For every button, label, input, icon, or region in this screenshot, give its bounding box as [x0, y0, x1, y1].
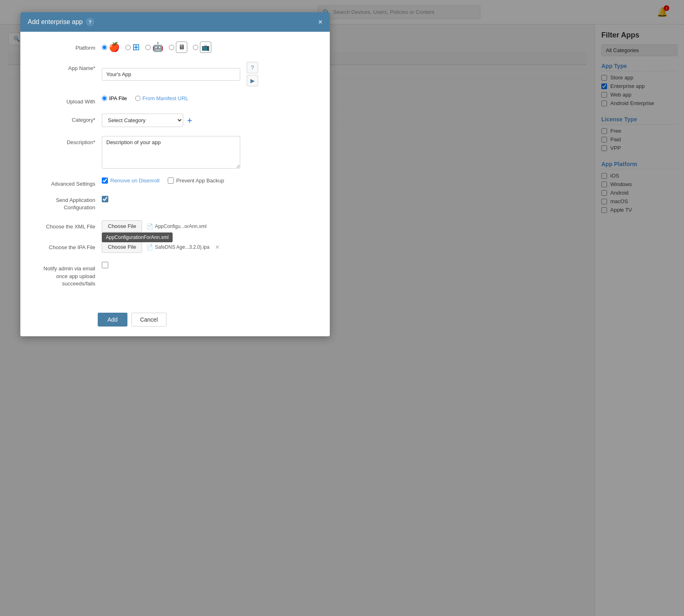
ipa-file-name: 📄 SafeDNS Age...3.2.0).ipa	[146, 244, 209, 250]
choose-xml-control: Choose File 📄 AppConfigu...orAnn.xml App…	[102, 220, 318, 232]
send-config-checkbox[interactable]	[102, 196, 108, 202]
choose-ipa-control: Choose File 📄 SafeDNS Age...3.2.0).ipa ✕	[102, 241, 318, 253]
app-name-label: App Name*	[33, 62, 102, 71]
notify-label: Notify admin via email once app upload s…	[33, 262, 102, 287]
platform-tvos[interactable]: 📺	[193, 42, 211, 53]
description-label: Description*	[33, 136, 102, 145]
apple-icon: 🍎	[109, 43, 120, 52]
upload-ipa-option[interactable]: IPA File	[102, 95, 127, 101]
choose-xml-button[interactable]: Choose File	[102, 220, 142, 232]
send-config-label: Send Application Configuration	[33, 196, 102, 211]
ipa-file-delete-icon[interactable]: ✕	[215, 244, 220, 250]
upload-manifest-radio[interactable]	[135, 96, 140, 101]
platform-ios[interactable]: 🍎	[102, 43, 120, 52]
platform-windows[interactable]: ⊞	[125, 43, 140, 52]
cancel-button[interactable]: Cancel	[132, 313, 167, 327]
choose-ipa-label: Choose the IPA File	[33, 241, 102, 250]
platform-android[interactable]: 🤖	[145, 43, 163, 52]
play-icon-btn[interactable]: ▶	[247, 75, 258, 86]
advanced-settings-label: Advanced Settings	[33, 178, 102, 187]
question-icon-btn[interactable]: ?	[247, 62, 258, 73]
platform-radio-group: 🍎 ⊞ 🤖 🖥 �	[102, 42, 211, 53]
description-row: Description* Description of your app	[33, 136, 318, 169]
platform-tvos-radio[interactable]	[193, 45, 198, 50]
xml-file-icon: 📄	[146, 223, 153, 230]
platform-macos-radio[interactable]	[169, 45, 174, 50]
platform-windows-radio[interactable]	[125, 45, 131, 50]
close-button[interactable]: ×	[318, 18, 322, 26]
xml-tooltip: AppConfigurationForAnn.xml	[102, 232, 173, 242]
advanced-settings-options: Remove on Disenroll Prevent App Backup	[102, 178, 318, 184]
modal-title: Add enterprise app ?	[28, 18, 94, 26]
xml-file-row: Choose File 📄 AppConfigu...orAnn.xml	[102, 220, 206, 232]
modal-footer: Add Cancel	[20, 306, 330, 336]
platform-android-radio[interactable]	[145, 45, 151, 50]
remove-on-disenroll-option[interactable]: Remove on Disenroll	[102, 178, 160, 184]
description-control: Description of your app	[102, 136, 318, 169]
advanced-settings-row: Advanced Settings Remove on Disenroll Pr…	[33, 178, 318, 187]
send-config-control	[102, 196, 318, 202]
ipa-file-row: Choose File 📄 SafeDNS Age...3.2.0).ipa ✕	[102, 241, 220, 253]
app-name-help-icons: ? ▶	[247, 62, 258, 86]
macos-icon: 🖥	[176, 42, 187, 53]
choose-ipa-row: Choose the IPA File Choose File 📄 SafeDN…	[33, 241, 318, 253]
notify-checkbox[interactable]	[102, 262, 108, 268]
platform-label: Platform	[33, 42, 102, 51]
modal-header: Add enterprise app ? ×	[20, 12, 330, 32]
category-row: Category* Select Category +	[33, 114, 318, 127]
xml-file-name: 📄 AppConfigu...orAnn.xml	[146, 223, 206, 230]
add-enterprise-app-modal: Add enterprise app ? × Platform 🍎 ⊞	[20, 12, 330, 336]
upload-radio-group: IPA File From Manifest URL	[102, 95, 189, 101]
app-name-input[interactable]	[102, 68, 240, 81]
upload-manifest-label: From Manifest URL	[142, 95, 189, 101]
windows-icon: ⊞	[132, 43, 140, 52]
notify-row: Notify admin via email once app upload s…	[33, 262, 318, 287]
help-icon[interactable]: ?	[86, 18, 94, 26]
prevent-backup-label: Prevent App Backup	[176, 178, 224, 184]
tvos-icon: 📺	[200, 42, 211, 53]
prevent-backup-checkbox[interactable]	[168, 178, 174, 184]
choose-xml-label: Choose the XML File	[33, 220, 102, 230]
choose-ipa-button[interactable]: Choose File	[102, 241, 142, 253]
description-textarea[interactable]: Description of your app	[102, 136, 240, 169]
platform-options: 🍎 ⊞ 🤖 🖥 �	[102, 42, 318, 53]
app-name-row: App Name* ? ▶	[33, 62, 318, 86]
notify-control	[102, 262, 318, 268]
upload-with-row: Upload With IPA File From Manifest URL	[33, 95, 318, 105]
app-name-control: ? ▶	[102, 62, 318, 86]
add-category-button[interactable]: +	[187, 116, 192, 125]
upload-ipa-label: IPA File	[109, 95, 127, 101]
category-label: Category*	[33, 114, 102, 123]
upload-with-options: IPA File From Manifest URL	[102, 95, 318, 101]
platform-macos[interactable]: 🖥	[169, 42, 187, 53]
android-icon: 🤖	[152, 43, 163, 52]
remove-on-disenroll-checkbox[interactable]	[102, 178, 108, 184]
choose-xml-row: Choose the XML File Choose File 📄 AppCon…	[33, 220, 318, 232]
category-select[interactable]: Select Category	[102, 114, 183, 127]
send-config-row: Send Application Configuration	[33, 196, 318, 211]
remove-on-disenroll-label: Remove on Disenroll	[110, 178, 160, 184]
upload-manifest-option[interactable]: From Manifest URL	[135, 95, 189, 101]
modal-body: Platform 🍎 ⊞ 🤖	[20, 32, 330, 306]
ipa-file-icon: 📄	[146, 244, 153, 250]
upload-ipa-radio[interactable]	[102, 96, 107, 101]
prevent-backup-option[interactable]: Prevent App Backup	[168, 178, 224, 184]
add-button[interactable]: Add	[98, 313, 127, 327]
platform-row: Platform 🍎 ⊞ 🤖	[33, 42, 318, 53]
advanced-checkbox-group: Remove on Disenroll Prevent App Backup	[102, 178, 224, 184]
upload-with-label: Upload With	[33, 95, 102, 105]
category-control: Select Category +	[102, 114, 318, 127]
platform-ios-radio[interactable]	[102, 45, 107, 50]
